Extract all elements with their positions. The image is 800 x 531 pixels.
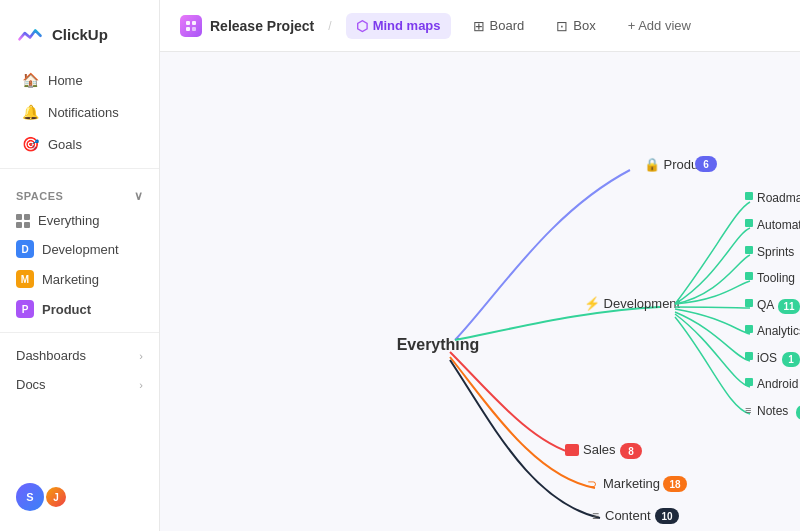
sidebar-item-home[interactable]: 🏠 Home <box>6 65 153 95</box>
sidebar-item-development[interactable]: D Development <box>0 235 159 263</box>
roadmap-icon <box>745 192 753 200</box>
board-icon: ⊞ <box>473 18 485 34</box>
sidebar-item-notifications[interactable]: 🔔 Notifications <box>6 97 153 127</box>
svg-rect-0 <box>186 21 190 25</box>
android-label: Android <box>757 377 798 391</box>
analytics-icon <box>745 325 753 333</box>
line-ios <box>675 312 750 361</box>
line-analytics <box>675 309 750 334</box>
bell-icon: 🔔 <box>22 104 38 120</box>
sidebar-item-everything[interactable]: Everything <box>0 208 159 233</box>
line-sales <box>450 352 575 454</box>
sidebar-item-everything-label: Everything <box>38 213 99 228</box>
tab-box[interactable]: ⊡ Box <box>546 13 605 39</box>
tooling-icon <box>745 272 753 280</box>
sidebar-item-development-label: Development <box>42 242 119 257</box>
node-content: ≡ Content 10 <box>592 508 679 524</box>
svg-rect-3 <box>192 27 196 31</box>
box-icon: ⊡ <box>556 18 568 34</box>
header: Release Project / ⬡ Mind maps ⊞ Board ⊡ … <box>160 0 800 52</box>
tab-board[interactable]: ⊞ Board <box>463 13 535 39</box>
sales-label: Sales <box>583 442 616 457</box>
sales-icon <box>565 444 579 456</box>
automation-label: Automation <box>757 218 800 232</box>
clickup-logo-icon <box>16 20 44 48</box>
sidebar-item-goals[interactable]: 🎯 Goals <box>6 129 153 159</box>
tooling-label: Tooling <box>757 271 795 285</box>
node-sales: Sales 8 <box>565 442 642 459</box>
marketing-badge: 18 <box>669 479 681 490</box>
sidebar-item-marketing-label: Marketing <box>42 272 99 287</box>
node-product: 🔒 Product 6 <box>644 156 717 173</box>
project-icon <box>180 15 202 37</box>
line-development <box>455 307 660 340</box>
user-avatar-s[interactable]: S <box>16 483 44 511</box>
user-avatar-2[interactable]: J <box>44 485 68 509</box>
sidebar-item-docs[interactable]: Docs › <box>0 370 159 399</box>
sidebar-divider-1 <box>0 168 159 169</box>
sidebar: ClickUp 🏠 Home 🔔 Notifications 🎯 Goals S… <box>0 0 160 531</box>
line-content <box>450 360 600 518</box>
product-avatar: P <box>16 300 34 318</box>
line-marketing <box>450 357 595 488</box>
sprints-label: Sprints <box>757 245 794 259</box>
node-development: ⚡ Development <box>584 295 681 312</box>
tab-mind-maps[interactable]: ⬡ Mind maps <box>346 13 451 39</box>
ios-icon <box>745 352 753 360</box>
sidebar-item-marketing[interactable]: M Marketing <box>0 265 159 293</box>
sidebar-item-dashboards[interactable]: Dashboards › <box>0 341 159 370</box>
android-icon <box>745 378 753 386</box>
node-marketing: ⊃ Marketing 18 <box>587 476 687 492</box>
content-icon: ≡ <box>592 509 599 523</box>
add-view-button[interactable]: + Add view <box>618 13 701 38</box>
project-breadcrumb: Release Project <box>180 15 314 37</box>
marketing-avatar: M <box>16 270 34 288</box>
product-badge: 6 <box>703 159 709 170</box>
goals-icon: 🎯 <box>22 136 38 152</box>
home-icon: 🏠 <box>22 72 38 88</box>
sales-badge: 8 <box>628 446 634 457</box>
ios-badge: 1 <box>788 354 794 365</box>
notes-icon: ≡ <box>745 404 751 416</box>
roadmap-label: Roadmap <box>757 191 800 205</box>
sidebar-item-goals-label: Goals <box>48 137 82 152</box>
line-automation <box>675 228 750 304</box>
mind-maps-icon: ⬡ <box>356 18 368 34</box>
notes-label: Notes <box>757 404 788 418</box>
development-label: ⚡ Development <box>584 295 681 312</box>
chevron-right-icon: › <box>139 350 143 362</box>
line-android <box>675 314 750 387</box>
project-title: Release Project <box>210 18 314 34</box>
qa-icon <box>745 299 753 307</box>
sidebar-item-home-label: Home <box>48 73 83 88</box>
logo-text: ClickUp <box>52 26 108 43</box>
chevron-right-icon-docs: › <box>139 379 143 391</box>
sidebar-item-product[interactable]: P Product <box>0 295 159 323</box>
analytics-label: Analytics <box>757 324 800 338</box>
sidebar-item-product-label: Product <box>42 302 91 317</box>
header-divider: / <box>328 19 331 33</box>
content-badge: 10 <box>661 511 673 522</box>
ios-label: iOS <box>757 351 777 365</box>
sprints-icon <box>745 246 753 254</box>
line-notes <box>675 317 750 414</box>
line-qa <box>675 307 750 308</box>
logo-area: ClickUp <box>0 12 159 64</box>
qa-label: QA <box>757 298 774 312</box>
marketing-wifi-icon: ⊃ <box>587 477 597 491</box>
sidebar-divider-2 <box>0 332 159 333</box>
sidebar-bottom: S J <box>0 475 159 519</box>
notes-badge-bg <box>796 405 800 420</box>
sidebar-item-notifications-label: Notifications <box>48 105 119 120</box>
mindmap-canvas: Everything 🔒 Product 6 ⚡ Development Roa… <box>160 52 800 531</box>
grid-icon <box>16 214 30 228</box>
qa-badge: 11 <box>783 301 795 312</box>
line-product <box>455 170 630 340</box>
svg-rect-2 <box>186 27 190 31</box>
chevron-down-icon: ∨ <box>134 189 144 203</box>
main-content: Release Project / ⬡ Mind maps ⊞ Board ⊡ … <box>160 0 800 531</box>
automation-icon <box>745 219 753 227</box>
mindmap-svg: Everything 🔒 Product 6 ⚡ Development Roa… <box>160 52 800 531</box>
spaces-header: Spaces ∨ <box>0 177 159 207</box>
marketing-label: Marketing <box>603 476 660 491</box>
